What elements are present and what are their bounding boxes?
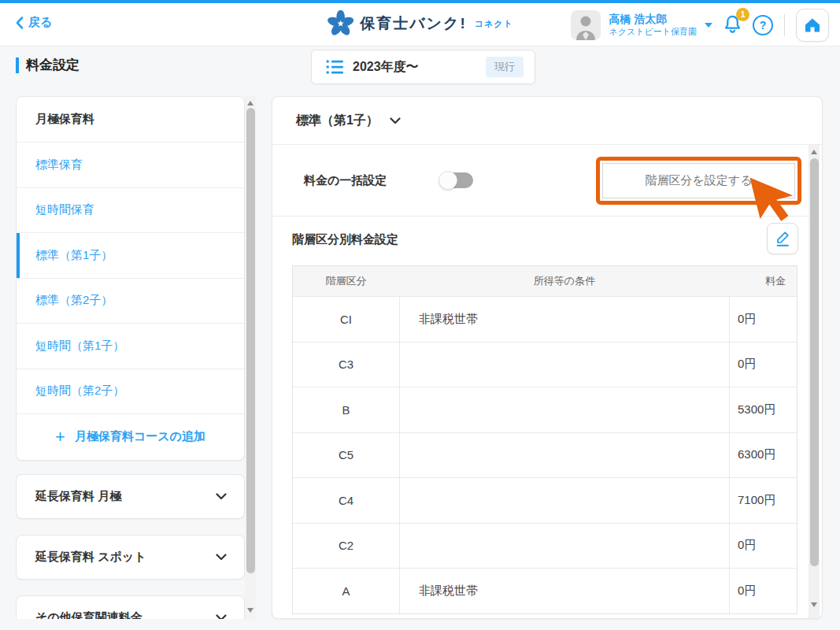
title-accent-bar [16,57,19,73]
scroll-up-arrow[interactable] [809,146,820,158]
table-row: C3 0円 [293,342,797,387]
sidebar-item-label: 標準保育 [35,158,83,172]
course-detail-panel: 標準（第1子） 料金の一括設定 階層区分を設定する 階層区分別料金設定 階層区分 [272,96,823,619]
cell-condition [399,387,730,432]
scroll-down-arrow[interactable] [245,605,256,616]
sidebar-item-label: 標準（第1子） [35,248,113,263]
tier-fee-table-title: 階層区分別料金設定 [292,232,398,247]
course-sidebar: 月極保育料 標準保育 短時間保育 標準（第1子） 標準（第2子） 短時間（第1子… [16,96,245,619]
person-icon [571,10,601,40]
sidebar-course-item[interactable]: 標準（第2子） [17,279,244,324]
pencil-icon [775,230,790,247]
fiscal-year-selector[interactable]: 2023年度〜 現行 [311,50,535,84]
sidebar-item-label: 短時間（第1子） [35,339,124,354]
tier-fee-table: 階層区分 所得等の条件 料金 CI 非課税世帯 0円 C3 0円 B 5300円… [292,265,797,614]
chevron-left-icon [16,17,24,29]
sidebar-group-title: 月極保育料 [17,97,244,143]
course-title: 標準（第1子） [296,113,379,129]
col-header-condition: 所得等の条件 [399,266,730,296]
table-row: CI 非課税世帯 0円 [293,296,797,342]
back-label: 戻る [28,15,52,30]
sidebar-course-list: 標準保育 短時間保育 標準（第1子） 標準（第2子） 短時間（第1子） 短時間（… [17,143,244,414]
cell-tier: C2 [293,524,399,569]
logo-suffix: コネクト [475,18,513,30]
sidebar-course-item[interactable]: 標準（第1子） [17,233,244,279]
toggle-knob [439,171,457,190]
current-badge: 現行 [486,57,524,77]
cell-condition [399,524,730,569]
page-title: 料金設定 [16,56,80,74]
table-body: CI 非課税世帯 0円 C3 0円 B 5300円 C5 6300円 C4 71… [293,296,797,613]
user-organization: ネクストビート保育園 [609,27,697,38]
col-header-fee: 料金 [730,266,797,296]
cell-tier: C3 [293,343,399,387]
add-course-button[interactable]: + 月極保育料コースの追加 [17,414,244,460]
cell-tier: B [293,387,399,432]
sidebar-scrollbar [245,96,256,621]
chevron-down-icon [216,614,227,619]
sidebar-item-label: 短時間（第2子） [35,384,124,398]
sidebar-course-item[interactable]: 短時間保育 [17,188,244,234]
home-icon [804,17,821,34]
logo-text: 保育士バンク! [360,13,467,34]
sidebar-item-label: 標準（第2子） [35,293,113,308]
table-row: C4 7100円 [293,477,797,523]
flower-logo-icon [327,10,353,37]
bulk-setting-label: 料金の一括設定 [304,173,387,188]
user-info[interactable]: 高橋 浩太郎 ネクストビート保育園 [609,13,697,37]
course-title-row[interactable]: 標準（第1子） [272,97,822,145]
plus-icon: + [55,428,65,446]
header-divider [784,14,785,36]
home-button[interactable] [796,9,829,42]
notification-badge: 1 [736,8,749,21]
table-row: C2 0円 [293,523,797,569]
monthly-fee-card: 月極保育料 標準保育 短時間保育 標準（第1子） 標準（第2子） 短時間（第1子… [16,96,245,461]
section-label: 延長保育料 スポット [35,550,146,565]
help-button[interactable]: ? [753,15,773,35]
sidebar-section-card[interactable]: 延長保育料 月極 [16,474,245,519]
sidebar-item-label: 短時間保育 [35,202,94,217]
cell-fee: 0円 [730,569,797,613]
cell-tier: C4 [293,478,399,523]
sidebar-course-item[interactable]: 短時間（第2子） [17,369,244,415]
cell-condition [399,343,730,387]
sidebar-section-card[interactable]: その他保育関連料金 [16,595,245,619]
app-header: 戻る 保育士バンク! コネクト [0,3,840,46]
scroll-down-arrow[interactable] [809,599,820,610]
add-course-label: 月極保育料コースの追加 [75,429,205,444]
user-avatar[interactable] [571,10,601,40]
back-button[interactable]: 戻る [16,15,52,30]
sidebar-course-item[interactable]: 短時間（第1子） [17,324,244,369]
table-header-row: 階層区分 所得等の条件 料金 [293,266,797,296]
sidebar-course-item[interactable]: 標準保育 [17,143,244,188]
user-name: 高橋 浩太郎 [609,13,697,27]
cell-condition: 非課税世帯 [399,297,730,342]
cell-fee: 5300円 [730,387,797,432]
page-title-text: 料金設定 [26,56,80,74]
cell-fee: 0円 [730,297,797,342]
section-label: 延長保育料 月極 [35,489,121,504]
table-row: C5 6300円 [293,432,797,478]
bulk-setting-toggle[interactable] [439,172,473,189]
cell-tier: C5 [293,433,399,478]
section-label: その他保育関連料金 [35,610,142,619]
scrollbar-thumb[interactable] [810,158,819,566]
fiscal-year-label: 2023年度〜 [353,59,419,76]
chevron-down-icon [216,554,227,561]
scrollbar-thumb[interactable] [246,108,255,573]
cell-tier: A [293,569,399,613]
section-divider [272,216,810,217]
edit-button[interactable] [767,223,798,254]
cell-fee: 6300円 [730,433,797,478]
cell-fee: 0円 [730,343,797,387]
col-header-tier: 階層区分 [293,266,399,296]
scroll-up-arrow[interactable] [245,98,256,109]
fee-settings-screen: 戻る 保育士バンク! コネクト [0,0,840,630]
chevron-down-icon [216,493,227,500]
panel-scrollbar [809,145,820,618]
notifications-button[interactable]: 1 [722,13,743,38]
cell-condition [399,478,730,523]
sidebar-section-card[interactable]: 延長保育料 スポット [16,535,245,580]
cell-condition: 非課税世帯 [399,569,730,613]
user-menu-caret-icon[interactable] [705,23,712,28]
